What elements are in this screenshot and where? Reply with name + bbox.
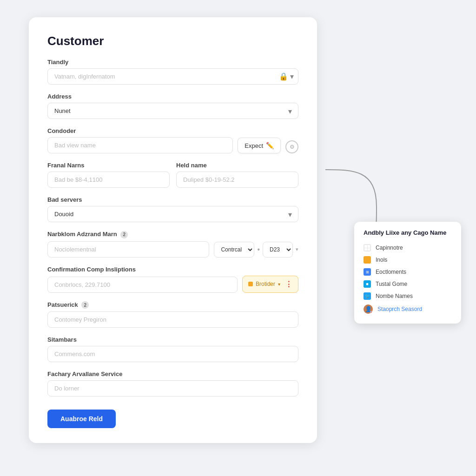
eoctloments-label: Eoctloments: [376, 269, 406, 275]
condoder-field-group: Condoder Expect ✏️ ⚙: [47, 127, 298, 153]
condoder-row: Expect ✏️ ⚙: [47, 137, 298, 153]
held-name-input[interactable]: [176, 172, 298, 188]
narbklom-badge: 2: [120, 231, 128, 238]
popup-item-capinnotre[interactable]: Capinnotre: [364, 242, 452, 254]
broker-more-icon[interactable]: ⋮: [285, 280, 292, 289]
broker-button[interactable]: Brotider ▾ ⋮: [242, 276, 298, 293]
tiandly-icon-btn[interactable]: 🔒 ▾: [279, 72, 294, 81]
franal-narns-field-group: Franal Narns: [47, 162, 170, 188]
narbklom-field-group: Narbklom Adzrand Marn 2 Contrcal • D23 ▾: [47, 231, 298, 258]
tiandly-input-wrapper: 🔒 ▾: [47, 68, 298, 85]
narbklom-input[interactable]: [47, 241, 209, 258]
bad-servers-select-wrapper: Douoid ▾: [47, 206, 298, 222]
franal-narns-input[interactable]: [47, 172, 170, 188]
expect-label: Expect: [245, 142, 263, 149]
condoder-input[interactable]: [47, 137, 233, 153]
tustal-gome-label: Tustal Gome: [376, 281, 407, 287]
patsuerick-badge: 2: [81, 301, 89, 309]
fachary-field-group: Fachary Arvallane Service: [47, 370, 298, 397]
narbklom-select2[interactable]: D23: [263, 242, 293, 258]
bad-servers-select[interactable]: Douoid: [47, 206, 298, 222]
staoprch-seasord-label: Staoprch Seasord: [377, 306, 422, 312]
patsuerick-label: Patsuerick 2: [47, 301, 298, 309]
inols-icon: [364, 256, 371, 264]
narbklom-select2-chevron: ▾: [296, 246, 298, 252]
nombe-names-icon: 🐦: [364, 292, 371, 300]
staoprch-avatar: 👤: [364, 304, 373, 314]
popup-item-inols[interactable]: Inols: [364, 254, 452, 266]
franal-narns-label: Franal Narns: [47, 162, 170, 169]
grid-icon: [364, 245, 370, 251]
fachary-label: Fachary Arvallane Service: [47, 370, 298, 377]
patsuerick-input[interactable]: [47, 311, 298, 328]
popup-card: Andbly Liixe any Cago Name Capinnotre In…: [354, 222, 461, 324]
tiandly-field-group: Tiandly 🔒 ▾: [47, 59, 298, 85]
broker-label: Brotider: [256, 281, 275, 287]
held-name-label: Held name: [176, 162, 298, 169]
confirmation-row: Brotider ▾ ⋮: [47, 276, 298, 293]
bad-servers-field-group: Bad servers Douoid ▾: [47, 196, 298, 222]
sitambars-label: Sitambars: [47, 336, 298, 343]
narbklom-divider: •: [257, 245, 260, 254]
confirmation-input[interactable]: [47, 277, 238, 293]
condoder-label: Condoder: [47, 127, 298, 134]
sitambars-field-group: Sitambars: [47, 336, 298, 362]
popup-item-nombe-names[interactable]: 🐦 Nombe Names: [364, 290, 452, 302]
lock-icon: 🔒: [279, 72, 288, 81]
popup-item-eoctloments[interactable]: ⊞ Eoctloments: [364, 266, 452, 278]
expect-button[interactable]: Expect ✏️: [238, 138, 281, 153]
connector-dot[interactable]: ⚙: [285, 140, 298, 153]
address-label: Address: [47, 93, 298, 100]
patsuerick-field-group: Patsuerick 2: [47, 301, 298, 328]
confirmation-label: Confirmation Comp Insliptions: [47, 266, 298, 273]
avatar-red-dot: [370, 311, 373, 314]
pencil-icon: ✏️: [266, 142, 274, 149]
submit-button[interactable]: Auabroe Reld: [47, 410, 116, 428]
nombe-names-label: Nombe Names: [376, 293, 413, 299]
franal-held-row: Franal Narns Held name: [47, 162, 298, 196]
confirmation-field-group: Confirmation Comp Insliptions Brotider ▾…: [47, 266, 298, 293]
chevron-down-icon: ▾: [290, 72, 294, 81]
capinnotre-icon: [364, 244, 371, 251]
tiandly-label: Tiandly: [47, 59, 298, 66]
page-title: Customer: [47, 34, 298, 48]
address-select[interactable]: Nunet: [47, 103, 298, 119]
bad-servers-label: Bad servers: [47, 196, 298, 203]
inols-label: Inols: [376, 257, 387, 263]
popup-title: Andbly Liixe any Cago Name: [364, 229, 452, 236]
narbklom-label: Narbklom Adzrand Marn 2: [47, 231, 298, 238]
fachary-input[interactable]: [47, 380, 298, 397]
narbklom-selects: Contrcal • D23 ▾: [214, 242, 298, 258]
broker-chevron-icon: ▾: [278, 282, 280, 287]
tiandly-input[interactable]: [47, 68, 298, 85]
tustal-gome-icon: ■: [364, 280, 371, 288]
customer-form-card: Customer Tiandly 🔒 ▾ Address Nunet ▾: [29, 17, 317, 443]
narbklom-row: Contrcal • D23 ▾: [47, 241, 298, 258]
broker-dot-icon: [248, 282, 253, 286]
sitambars-input[interactable]: [47, 346, 298, 362]
held-name-field-group: Held name: [176, 162, 298, 188]
address-field-group: Address Nunet ▾: [47, 93, 298, 119]
eoctloments-icon: ⊞: [364, 268, 371, 276]
capinnotre-label: Capinnotre: [376, 245, 403, 251]
narbklom-select1[interactable]: Contrcal: [214, 242, 254, 258]
address-select-wrapper: Nunet ▾: [47, 103, 298, 119]
popup-item-staoprch-seasord[interactable]: 👤 Staoprch Seasord: [364, 302, 452, 316]
popup-item-tustal-gome[interactable]: ■ Tustal Gome: [364, 278, 452, 290]
